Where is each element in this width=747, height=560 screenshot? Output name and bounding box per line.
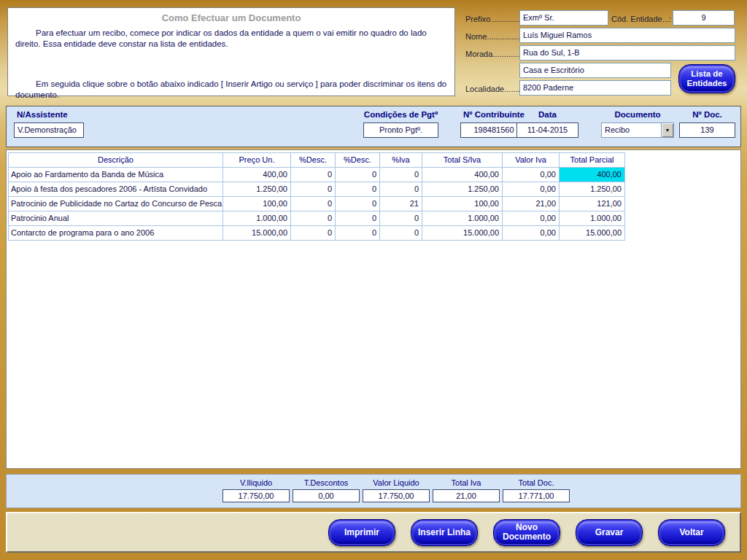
- nome-field[interactable]: Luís Miguel Ramos: [519, 28, 735, 43]
- table-cell[interactable]: 0: [291, 168, 336, 182]
- column-header[interactable]: Total S/Iva: [422, 153, 503, 168]
- imprimir-button[interactable]: Imprimir: [328, 519, 395, 546]
- table-cell[interactable]: 0: [291, 211, 336, 226]
- table-cell[interactable]: 0: [336, 226, 380, 241]
- data-field[interactable]: 11-04-2015: [516, 122, 578, 138]
- table-cell[interactable]: 1.250,00: [223, 182, 291, 197]
- column-header[interactable]: Preço Un.: [223, 153, 291, 168]
- inserir-linha-button[interactable]: Inserir Linha: [411, 519, 478, 546]
- table-cell[interactable]: 15.000,00: [223, 226, 291, 241]
- table-cell[interactable]: 0: [291, 197, 336, 211]
- cod-entidade-field[interactable]: 9: [673, 10, 735, 26]
- table-cell[interactable]: Contarcto de programa para o ano 2006: [9, 226, 223, 241]
- total-value-field: 17.771,00: [503, 489, 570, 502]
- localidade-label: Localidade........:: [465, 82, 525, 97]
- assistente-field[interactable]: V.Demonstração: [14, 122, 84, 138]
- condicoes-field[interactable]: Pronto Pgtº.: [363, 122, 438, 138]
- lista-entidades-button[interactable]: Lista de Entidades: [678, 64, 735, 93]
- items-table-body: Apoio ao Fardamento da Banda de Música40…: [9, 168, 625, 241]
- entity-panel: Prefixo...............: Exmº Sr. Cód. En…: [460, 7, 741, 101]
- table-cell[interactable]: 0: [380, 226, 422, 241]
- morada2-field[interactable]: Casa e Escritório: [519, 63, 671, 78]
- table-cell[interactable]: 400,00: [223, 168, 291, 182]
- table-cell[interactable]: 0: [336, 211, 380, 226]
- lista-entidades-label-line1: Lista de: [691, 69, 722, 79]
- table-cell[interactable]: 0,00: [503, 226, 560, 241]
- table-cell[interactable]: Patrocinio de Publicidade no Cartaz do C…: [9, 197, 223, 211]
- selected-cell[interactable]: 400,00: [560, 168, 625, 182]
- table-cell[interactable]: 1.000,00: [560, 211, 625, 226]
- localidade-field[interactable]: 8200 Paderne: [519, 80, 671, 96]
- table-cell[interactable]: Patrocinio Anual: [9, 211, 223, 226]
- table-cell[interactable]: 0,00: [503, 211, 560, 226]
- total-value-field: 0,00: [293, 489, 360, 502]
- table-row: Apoio à festa dos pescadores 2006 - Artí…: [9, 182, 625, 197]
- table-cell[interactable]: 1.000,00: [223, 211, 291, 226]
- table-cell[interactable]: 21,00: [503, 197, 560, 211]
- actions-bar: ImprimirInserir LinhaNovo DocumentoGrava…: [6, 512, 741, 553]
- column-header[interactable]: Descrição: [9, 153, 223, 168]
- prefixo-field[interactable]: Exmº Sr.: [519, 10, 608, 26]
- voltar-button[interactable]: Voltar: [658, 519, 725, 546]
- total-label: T.Descontos: [293, 478, 360, 487]
- instructions-paragraph-2: Em seguida clique sobre o botão abaixo i…: [15, 79, 447, 101]
- table-cell[interactable]: 15.000,00: [560, 226, 625, 241]
- table-cell[interactable]: 100,00: [223, 197, 291, 211]
- table-row: Apoio ao Fardamento da Banda de Música40…: [9, 168, 625, 182]
- table-row: Patrocinio Anual1.000,000001.000,000,001…: [9, 211, 625, 226]
- table-cell[interactable]: 0: [336, 168, 380, 182]
- column-header[interactable]: %Iva: [380, 153, 422, 168]
- table-cell[interactable]: 21: [380, 197, 422, 211]
- table-cell[interactable]: 1.250,00: [422, 182, 503, 197]
- table-cell[interactable]: 0: [336, 197, 380, 211]
- total-value-field: 17.750,00: [363, 489, 430, 502]
- table-cell[interactable]: Apoio ao Fardamento da Banda de Música: [9, 168, 223, 182]
- condicoes-label: Condições de Pgtº: [363, 110, 438, 119]
- table-cell[interactable]: Apoio à festa dos pescadores 2006 - Artí…: [9, 182, 223, 197]
- documento-label: Documento: [601, 110, 674, 119]
- items-table: DescriçãoPreço Un.%Desc.%Desc.%IvaTotal …: [8, 152, 625, 241]
- morada-field[interactable]: Rua do Sul, 1-B: [519, 45, 735, 61]
- total-item: Valor Liquido17.750,00: [363, 475, 430, 508]
- total-label: Total Iva: [433, 478, 500, 487]
- table-cell[interactable]: 0: [380, 182, 422, 197]
- total-label: Valor Liquido: [363, 478, 430, 487]
- dropdown-arrow-icon[interactable]: ▼: [661, 123, 673, 137]
- column-header[interactable]: Total Parcial: [560, 153, 625, 168]
- total-label: V.Iliquido: [222, 478, 290, 487]
- gravar-button[interactable]: Gravar: [576, 519, 643, 546]
- table-cell[interactable]: 0,00: [503, 182, 560, 197]
- totals-bar: V.Iliquido17.750,00T.Descontos0,00Valor …: [6, 474, 741, 508]
- table-cell[interactable]: 0: [336, 182, 380, 197]
- total-item: Total Iva21,00: [433, 475, 500, 508]
- table-cell[interactable]: 15.000,00: [422, 226, 503, 241]
- assistente-label: N/Assistente: [17, 110, 68, 119]
- table-cell[interactable]: 0: [380, 168, 422, 182]
- total-item: V.Iliquido17.750,00: [222, 475, 290, 508]
- num-doc-label: Nº Doc.: [679, 110, 735, 119]
- table-row: Patrocinio de Publicidade no Cartaz do C…: [9, 197, 625, 211]
- novo-documento-button[interactable]: Novo Documento: [493, 519, 560, 546]
- column-header[interactable]: %Desc.: [291, 153, 336, 168]
- total-label: Total Doc.: [503, 478, 570, 487]
- total-value-field: 17.750,00: [222, 489, 290, 502]
- table-cell[interactable]: 0,00: [503, 168, 560, 182]
- lista-entidades-label-line2: Entidades: [687, 79, 727, 88]
- table-cell[interactable]: 0: [291, 182, 336, 197]
- table-cell[interactable]: 400,00: [422, 168, 503, 182]
- instructions-paragraph-1: Para efectuar um recibo, comece por indi…: [15, 28, 447, 50]
- column-header[interactable]: %Desc.: [336, 153, 380, 168]
- table-cell[interactable]: 0: [380, 211, 422, 226]
- table-cell[interactable]: 100,00: [422, 197, 503, 211]
- table-cell[interactable]: 121,00: [560, 197, 625, 211]
- column-header[interactable]: Valor Iva: [503, 153, 560, 168]
- instructions-title: Como Efectuar um Documento: [15, 12, 447, 23]
- total-value-field: 21,00: [433, 489, 500, 502]
- table-cell[interactable]: 1.000,00: [422, 211, 503, 226]
- documento-dropdown[interactable]: Recibo ▼: [601, 122, 674, 138]
- table-cell[interactable]: 0: [291, 226, 336, 241]
- app-window: { "instructions": { "title": "Como Efect…: [0, 0, 747, 560]
- total-item: Total Doc.17.771,00: [503, 475, 570, 508]
- table-cell[interactable]: 1.250,00: [560, 182, 625, 197]
- num-doc-field[interactable]: 139: [679, 122, 735, 138]
